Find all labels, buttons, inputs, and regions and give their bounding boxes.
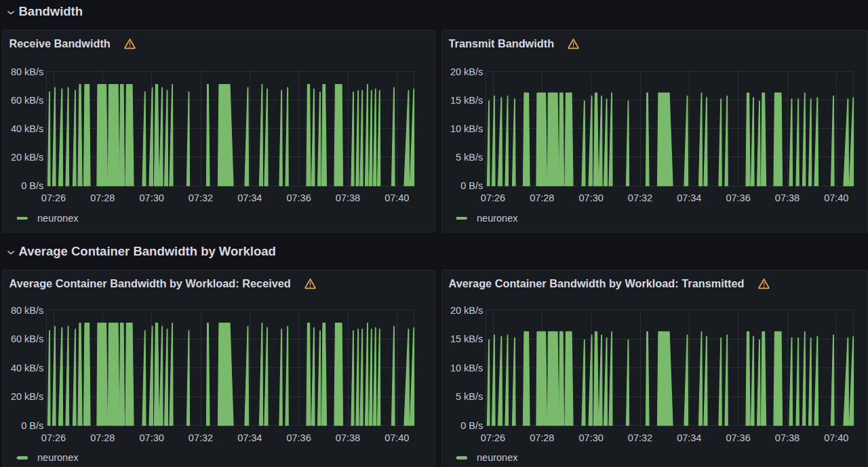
svg-text:20 kB/s: 20 kB/s <box>11 152 43 163</box>
svg-text:07:38: 07:38 <box>336 192 360 203</box>
svg-text:07:34: 07:34 <box>237 192 262 203</box>
svg-text:07:28: 07:28 <box>530 192 554 203</box>
svg-text:0 B/s: 0 B/s <box>21 420 43 431</box>
svg-text:0 B/s: 0 B/s <box>21 180 43 191</box>
svg-text:20 kB/s: 20 kB/s <box>450 305 483 316</box>
svg-text:07:30: 07:30 <box>140 432 164 443</box>
svg-text:07:30: 07:30 <box>140 192 164 203</box>
svg-text:07:30: 07:30 <box>579 192 604 203</box>
svg-text:10 kB/s: 10 kB/s <box>450 123 483 134</box>
svg-text:07:26: 07:26 <box>41 432 66 443</box>
svg-text:07:28: 07:28 <box>90 432 115 443</box>
svg-text:neuronex: neuronex <box>37 452 79 463</box>
svg-text:07:32: 07:32 <box>628 192 652 203</box>
svg-text:20 kB/s: 20 kB/s <box>11 391 43 402</box>
svg-text:07:32: 07:32 <box>189 432 213 443</box>
svg-text:neuronex: neuronex <box>477 452 518 463</box>
svg-text:5 kB/s: 5 kB/s <box>456 152 483 163</box>
svg-text:07:36: 07:36 <box>286 192 311 203</box>
svg-text:40 kB/s: 40 kB/s <box>11 363 43 373</box>
svg-text:20 kB/s: 20 kB/s <box>450 66 483 77</box>
svg-text:07:36: 07:36 <box>726 432 750 443</box>
svg-text:07:26: 07:26 <box>481 192 505 203</box>
svg-text:07:40: 07:40 <box>384 432 409 443</box>
svg-text:07:40: 07:40 <box>824 192 848 203</box>
svg-text:07:40: 07:40 <box>824 432 848 443</box>
svg-text:07:30: 07:30 <box>579 432 604 443</box>
svg-text:0 B/s: 0 B/s <box>460 180 483 191</box>
svg-text:10 kB/s: 10 kB/s <box>450 363 483 373</box>
svg-text:07:32: 07:32 <box>189 192 213 203</box>
svg-text:15 kB/s: 15 kB/s <box>450 95 483 106</box>
svg-text:07:36: 07:36 <box>726 192 750 203</box>
svg-text:07:34: 07:34 <box>677 432 701 443</box>
svg-text:07:26: 07:26 <box>481 432 505 443</box>
svg-text:07:34: 07:34 <box>237 432 262 443</box>
svg-text:15 kB/s: 15 kB/s <box>450 333 483 344</box>
svg-text:07:40: 07:40 <box>384 192 409 203</box>
svg-text:07:38: 07:38 <box>775 432 800 443</box>
svg-text:0 B/s: 0 B/s <box>460 420 483 431</box>
svg-text:07:36: 07:36 <box>286 432 311 443</box>
svg-text:5 kB/s: 5 kB/s <box>456 391 483 402</box>
svg-text:07:38: 07:38 <box>775 192 800 203</box>
svg-text:07:26: 07:26 <box>41 192 66 203</box>
svg-text:80 kB/s: 80 kB/s <box>11 305 43 316</box>
svg-text:07:34: 07:34 <box>677 192 701 203</box>
svg-text:40 kB/s: 40 kB/s <box>11 123 43 134</box>
svg-text:07:38: 07:38 <box>336 432 360 443</box>
svg-text:80 kB/s: 80 kB/s <box>11 66 43 77</box>
svg-text:neuronex: neuronex <box>37 213 79 224</box>
svg-text:neuronex: neuronex <box>477 213 518 224</box>
svg-text:07:28: 07:28 <box>530 432 554 443</box>
svg-text:07:28: 07:28 <box>90 192 115 203</box>
svg-text:07:32: 07:32 <box>628 432 652 443</box>
svg-text:60 kB/s: 60 kB/s <box>11 95 43 106</box>
svg-text:60 kB/s: 60 kB/s <box>11 333 43 344</box>
